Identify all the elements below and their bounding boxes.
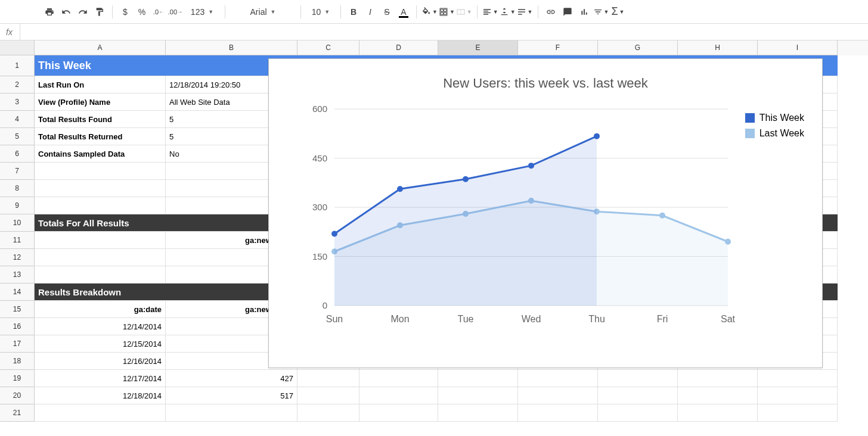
row-header-15[interactable]: 15 bbox=[0, 301, 35, 318]
increase-decimal-button[interactable]: .00→ bbox=[168, 4, 183, 20]
cell-A20[interactable]: 12/18/2014 bbox=[35, 387, 166, 404]
cell-D19[interactable] bbox=[359, 370, 438, 387]
cell-F20[interactable] bbox=[518, 387, 598, 404]
row-header-17[interactable]: 17 bbox=[0, 335, 35, 353]
row-header-13[interactable]: 13 bbox=[0, 266, 35, 284]
insert-chart-button[interactable] bbox=[576, 4, 592, 20]
column-header-C[interactable]: C bbox=[297, 41, 359, 55]
paint-format-button[interactable] bbox=[92, 4, 107, 20]
cell-A15[interactable]: ga:date bbox=[35, 301, 166, 318]
vertical-align-button[interactable]: ▼ bbox=[500, 4, 516, 20]
cell-H20[interactable] bbox=[678, 387, 758, 404]
row-header-8[interactable]: 8 bbox=[0, 180, 35, 197]
cell-G19[interactable] bbox=[598, 370, 678, 387]
column-header-D[interactable]: D bbox=[359, 41, 438, 55]
embedded-chart[interactable]: New Users: this week vs. last week 01503… bbox=[268, 58, 823, 368]
column-header-G[interactable]: G bbox=[598, 41, 678, 55]
cell-A5[interactable]: Total Results Returned bbox=[35, 128, 166, 145]
cell-B21[interactable] bbox=[166, 404, 297, 422]
row-header-20[interactable]: 20 bbox=[0, 387, 35, 404]
cell-A21[interactable] bbox=[35, 404, 166, 422]
text-color-button[interactable]: A bbox=[396, 4, 411, 20]
formula-input[interactable] bbox=[20, 24, 862, 40]
cell-I21[interactable] bbox=[758, 404, 838, 422]
row-header-9[interactable]: 9 bbox=[0, 197, 35, 214]
cell-A19[interactable]: 12/17/2014 bbox=[35, 370, 166, 387]
select-all-corner[interactable] bbox=[0, 41, 35, 55]
cell-A10[interactable]: Totals For All Results bbox=[35, 214, 166, 232]
cell-C21[interactable] bbox=[297, 404, 359, 422]
row-header-18[interactable]: 18 bbox=[0, 353, 35, 370]
column-header-E[interactable]: E bbox=[438, 41, 518, 55]
percent-button[interactable]: % bbox=[134, 4, 150, 20]
column-header-B[interactable]: B bbox=[166, 41, 297, 55]
cell-A14[interactable]: Results Breakdown bbox=[35, 284, 166, 301]
cell-A7[interactable] bbox=[35, 163, 166, 180]
cell-G21[interactable] bbox=[598, 404, 678, 422]
font-size-dropdown[interactable]: 10▼ bbox=[306, 4, 336, 20]
cell-E21[interactable] bbox=[438, 404, 518, 422]
cell-A2[interactable]: Last Run On bbox=[35, 76, 166, 94]
row-header-10[interactable]: 10 bbox=[0, 214, 35, 232]
column-header-H[interactable]: H bbox=[678, 41, 758, 55]
row-header-1[interactable]: 1 bbox=[0, 55, 35, 76]
filter-button[interactable]: ▼ bbox=[593, 4, 609, 20]
cell-E20[interactable] bbox=[438, 387, 518, 404]
row-header-6[interactable]: 6 bbox=[0, 145, 35, 163]
cell-D20[interactable] bbox=[359, 387, 438, 404]
cell-B20[interactable]: 517 bbox=[166, 387, 297, 404]
row-header-14[interactable]: 14 bbox=[0, 284, 35, 301]
cell-D21[interactable] bbox=[359, 404, 438, 422]
cell-A11[interactable] bbox=[35, 232, 166, 249]
cell-A18[interactable]: 12/16/2014 bbox=[35, 353, 166, 370]
column-header-A[interactable]: A bbox=[35, 41, 166, 55]
cell-B19[interactable]: 427 bbox=[166, 370, 297, 387]
cell-A4[interactable]: Total Results Found bbox=[35, 111, 166, 128]
insert-link-button[interactable] bbox=[543, 4, 559, 20]
cell-A9[interactable] bbox=[35, 197, 166, 214]
insert-comment-button[interactable] bbox=[560, 4, 575, 20]
cell-A1[interactable]: This Week bbox=[35, 55, 166, 76]
fill-color-button[interactable]: ▼ bbox=[421, 4, 438, 20]
cell-A12[interactable] bbox=[35, 249, 166, 266]
cell-C20[interactable] bbox=[297, 387, 359, 404]
text-wrap-button[interactable]: ▼ bbox=[517, 4, 533, 20]
row-header-4[interactable]: 4 bbox=[0, 111, 35, 128]
merge-cells-button[interactable]: ▼ bbox=[456, 4, 472, 20]
cell-H21[interactable] bbox=[678, 404, 758, 422]
row-header-21[interactable]: 21 bbox=[0, 404, 35, 422]
row-header-2[interactable]: 2 bbox=[0, 76, 35, 94]
row-header-19[interactable]: 19 bbox=[0, 370, 35, 387]
undo-button[interactable] bbox=[58, 4, 74, 20]
cell-I20[interactable] bbox=[758, 387, 838, 404]
cell-G20[interactable] bbox=[598, 387, 678, 404]
decrease-decimal-button[interactable]: .0← bbox=[151, 4, 166, 20]
row-header-16[interactable]: 16 bbox=[0, 318, 35, 335]
cell-A16[interactable]: 12/14/2014 bbox=[35, 318, 166, 335]
cell-A13[interactable] bbox=[35, 266, 166, 284]
print-button[interactable] bbox=[42, 4, 57, 20]
cell-C19[interactable] bbox=[297, 370, 359, 387]
cell-A17[interactable]: 12/15/2014 bbox=[35, 335, 166, 353]
cell-I19[interactable] bbox=[758, 370, 838, 387]
functions-button[interactable]: Σ▼ bbox=[610, 4, 625, 20]
italic-button[interactable]: I bbox=[362, 4, 378, 20]
row-header-11[interactable]: 11 bbox=[0, 232, 35, 249]
row-header-7[interactable]: 7 bbox=[0, 163, 35, 180]
column-header-F[interactable]: F bbox=[518, 41, 598, 55]
cell-E19[interactable] bbox=[438, 370, 518, 387]
row-header-5[interactable]: 5 bbox=[0, 128, 35, 145]
cell-H19[interactable] bbox=[678, 370, 758, 387]
row-header-12[interactable]: 12 bbox=[0, 249, 35, 266]
more-formats-dropdown[interactable]: 123▼ bbox=[184, 4, 220, 20]
cell-F19[interactable] bbox=[518, 370, 598, 387]
horizontal-align-button[interactable]: ▼ bbox=[482, 4, 498, 20]
column-header-I[interactable]: I bbox=[758, 41, 838, 55]
font-family-dropdown[interactable]: Arial▼ bbox=[230, 4, 296, 20]
currency-button[interactable]: $ bbox=[117, 4, 133, 20]
redo-button[interactable] bbox=[75, 4, 91, 20]
cell-A6[interactable]: Contains Sampled Data bbox=[35, 145, 166, 163]
bold-button[interactable]: B bbox=[346, 4, 361, 20]
cell-A3[interactable]: View (Profile) Name bbox=[35, 94, 166, 111]
cell-F21[interactable] bbox=[518, 404, 598, 422]
